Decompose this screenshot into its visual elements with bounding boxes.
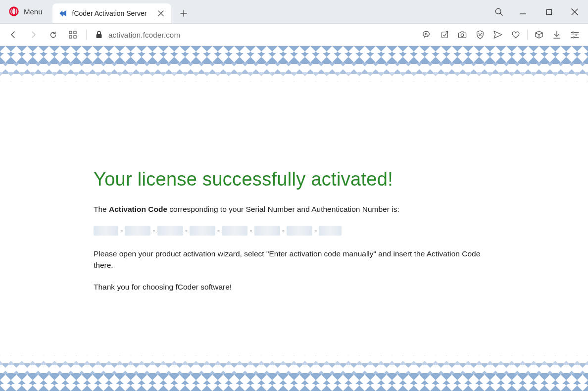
search-bubble-icon [422,30,431,39]
code-dash: - [217,226,220,235]
pin-icon [441,31,449,39]
window-controls [489,0,586,24]
heart-button[interactable] [507,26,524,43]
easy-setup-button[interactable] [566,26,583,43]
svg-rect-7 [74,36,76,38]
titlebar: Menu fCoder Activation Server [0,0,588,24]
svg-rect-4 [69,31,72,34]
svg-point-9 [423,31,430,37]
svg-rect-15 [573,37,575,38]
toolbar-right-group [418,26,583,43]
opera-menu-button[interactable]: Menu [0,0,49,23]
main-content: Your license successfully activated! The… [0,46,588,391]
code-segment [125,226,150,236]
toolbar: activation.fcoder.com [0,24,588,46]
chevron-right-icon [29,31,37,39]
download-icon [553,31,561,39]
page-content: Your license successfully activated! The… [0,46,588,391]
address-text: activation.fcoder.com [108,31,180,39]
code-dash: - [314,226,317,235]
plus-icon [180,10,187,17]
svg-rect-5 [74,31,76,34]
sliders-icon [571,31,579,39]
tab-title: fCoder Activation Server [72,9,150,17]
toolbar-separator [527,29,528,40]
download-button[interactable] [548,26,565,43]
opera-logo-icon [9,6,19,16]
window-minimize-button[interactable] [512,2,535,22]
code-segment [287,226,312,236]
intro-line: The Activation Code corresponding to you… [94,204,494,215]
thanks-line: Thank you for choosing fCoder software! [94,282,494,293]
window-maximize-button[interactable] [538,2,560,22]
intro-suffix: corresponding to your Serial Number and … [167,205,399,213]
lock-icon [96,31,102,39]
close-icon [158,10,164,16]
instruction-line: Please open your product activation wiza… [94,248,494,271]
code-segment [94,226,118,236]
code-dash: - [120,226,123,235]
tab-favicon-icon [58,9,67,18]
browser-tab[interactable]: fCoder Activation Server [52,3,171,23]
nav-back-button[interactable] [5,26,22,43]
opera-menu-label: Menu [24,7,43,16]
page-heading: Your license successfully activated! [94,169,494,190]
toolbar-separator [86,29,87,40]
svg-point-12 [461,34,463,36]
snapshot-button[interactable] [454,26,471,43]
shield-icon [476,30,484,39]
send-icon [493,31,502,39]
titlebar-search-button[interactable] [489,2,509,22]
code-segment [157,226,183,236]
svg-rect-8 [97,34,102,38]
code-dash: - [249,226,252,235]
code-segment [254,226,280,236]
search-icon [494,7,503,16]
svg-point-10 [425,33,427,35]
maximize-icon [546,9,552,15]
code-dash: - [185,226,188,235]
heart-icon [511,31,520,39]
svg-point-1 [12,8,16,15]
window-close-button[interactable] [563,2,586,22]
intro-prefix: The [94,205,109,213]
minimize-icon [520,8,527,15]
code-segment [319,226,342,236]
svg-point-0 [10,7,18,16]
grid-icon [69,31,77,39]
svg-rect-11 [441,32,447,38]
svg-rect-6 [69,36,72,38]
code-segment [190,226,215,236]
speed-dial-button[interactable] [64,26,81,43]
camera-icon [458,31,467,39]
extensions-button[interactable] [531,26,547,43]
pin-button[interactable] [436,26,453,43]
new-tab-button[interactable] [175,5,192,22]
nav-forward-button [25,26,42,43]
reload-button[interactable] [45,26,61,43]
reload-icon [49,31,57,39]
intro-bold: Activation Code [109,205,167,213]
close-icon [571,8,578,15]
address-bar[interactable]: activation.fcoder.com [92,26,415,43]
code-dash: - [282,226,285,235]
shield-button[interactable] [472,26,489,43]
cube-icon [535,30,543,39]
code-segment [222,226,247,236]
tab-close-button[interactable] [155,8,166,19]
send-button[interactable] [490,26,506,43]
code-dash: - [152,226,155,235]
svg-rect-13 [572,32,574,33]
search-in-page-button[interactable] [418,26,435,43]
svg-rect-14 [576,34,577,36]
svg-rect-3 [546,9,551,14]
chevron-left-icon [9,31,17,39]
activation-code-row: ------- [94,226,494,236]
